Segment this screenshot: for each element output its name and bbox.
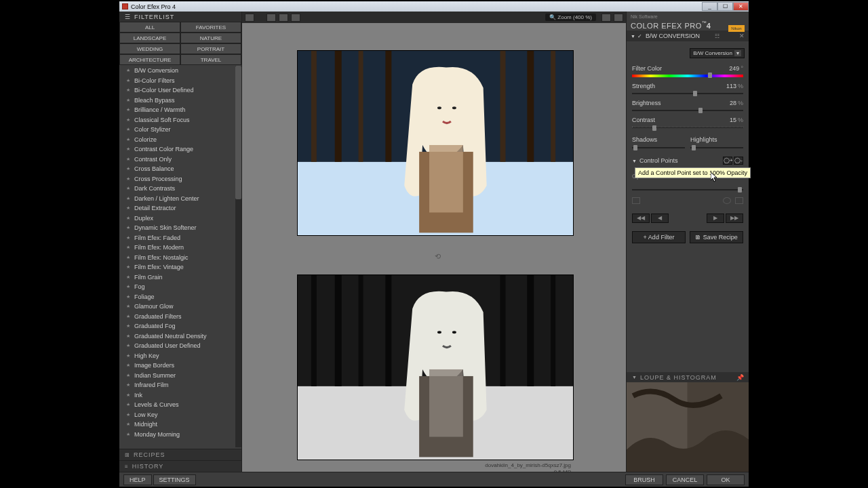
view-single-icon[interactable] — [245, 14, 254, 22]
view-side-icon[interactable] — [279, 14, 288, 22]
filter-enable-checkbox[interactable]: ✓ — [637, 33, 642, 39]
filter-item[interactable]: ★B/W Conversion — [119, 66, 235, 76]
category-tab-landscape[interactable]: LANDSCAPE — [119, 33, 180, 43]
favorite-star-icon[interactable]: ★ — [126, 323, 130, 329]
filter-item[interactable]: ★Bi-Color Filters — [119, 76, 235, 86]
favorite-star-icon[interactable]: ★ — [126, 225, 130, 230]
view-stacked-icon[interactable] — [291, 14, 300, 22]
favorite-star-icon[interactable]: ★ — [126, 255, 130, 260]
cp-tool-3[interactable] — [735, 197, 743, 204]
pin-icon[interactable]: 📌 — [736, 374, 745, 381]
filter-item[interactable]: ★Dynamic Skin Softener — [119, 223, 235, 233]
filter-item[interactable]: ★High Key — [119, 351, 235, 361]
preset-dropdown[interactable]: B/W Conversion▾ — [690, 48, 745, 58]
favorite-star-icon[interactable]: ★ — [126, 196, 130, 201]
undo-button[interactable]: ◀ — [651, 214, 669, 223]
maximize-button[interactable]: ☐ — [717, 2, 733, 11]
favorite-star-icon[interactable]: ★ — [126, 68, 130, 73]
undo-all-button[interactable]: ◀◀ — [632, 214, 650, 223]
favorite-star-icon[interactable]: ★ — [126, 157, 130, 162]
favorite-star-icon[interactable]: ★ — [126, 422, 130, 427]
close-button[interactable]: ✕ — [733, 2, 749, 11]
preview-filtered[interactable] — [297, 274, 574, 460]
hamburger-icon[interactable]: ☰ — [125, 14, 131, 20]
favorite-star-icon[interactable]: ★ — [126, 186, 130, 191]
favorite-star-icon[interactable]: ★ — [126, 343, 130, 348]
add-filter-button[interactable]: + Add Filter — [632, 231, 686, 243]
favorite-star-icon[interactable]: ★ — [126, 78, 130, 83]
favorite-star-icon[interactable]: ★ — [126, 284, 130, 289]
favorite-star-icon[interactable]: ★ — [126, 314, 130, 319]
filter-item[interactable]: ★Ink — [119, 390, 235, 401]
brightness-track[interactable] — [632, 110, 743, 111]
favorite-star-icon[interactable]: ★ — [126, 245, 130, 250]
category-tab-architecture[interactable]: ARCHITECTURE — [119, 54, 180, 65]
filter-item[interactable]: ★Midnight — [119, 420, 235, 430]
category-tab-nature[interactable]: NATURE — [180, 33, 241, 43]
category-tab-wedding[interactable]: WEDDING — [119, 43, 180, 54]
minimize-button[interactable]: _ — [702, 2, 717, 11]
slider-thumb[interactable] — [693, 91, 697, 96]
collapse-icon[interactable]: ▼ — [631, 34, 635, 39]
favorite-star-icon[interactable]: ★ — [126, 294, 130, 300]
favorite-star-icon[interactable]: ★ — [126, 353, 130, 359]
favorite-star-icon[interactable]: ★ — [126, 264, 130, 270]
compare-icon[interactable] — [614, 14, 623, 22]
filter-item[interactable]: ★Foliage — [119, 292, 235, 302]
favorite-star-icon[interactable]: ★ — [126, 146, 130, 152]
collapse-icon[interactable]: ▼ — [632, 159, 637, 163]
filter-item[interactable]: ★Bi-Color User Defined — [119, 85, 235, 96]
favorite-star-icon[interactable]: ★ — [126, 432, 130, 437]
contrast-track[interactable] — [632, 127, 743, 128]
filter-item[interactable]: ★Graduated Neutral Density — [119, 331, 235, 342]
opacity-slider[interactable] — [632, 189, 743, 190]
category-tab-all[interactable]: ALL — [119, 22, 180, 33]
preview-original[interactable] — [297, 50, 574, 236]
filter-item[interactable]: ★Duplex — [119, 214, 235, 224]
filter-item[interactable]: ★Detail Extractor — [119, 203, 235, 214]
filter-item[interactable]: ★Cross Balance — [119, 164, 235, 174]
recipes-section[interactable]: ⊞RECIPES — [119, 449, 241, 460]
ok-button[interactable]: OK — [707, 474, 745, 485]
loupe-header[interactable]: ▼ LOUPE & HISTOGRAM 📌 — [627, 372, 749, 382]
favorite-star-icon[interactable]: ★ — [126, 216, 130, 221]
scrollbar-thumb[interactable] — [235, 66, 241, 199]
slider-thumb[interactable] — [652, 125, 656, 131]
filter-item[interactable]: ★Contrast Only — [119, 155, 235, 165]
filter-item[interactable]: ★Brilliance / Warmth — [119, 105, 235, 115]
favorite-star-icon[interactable]: ★ — [126, 382, 130, 388]
filter-item[interactable]: ★Glamour Glow — [119, 302, 235, 312]
filter-item[interactable]: ★Levels & Curves — [119, 400, 235, 410]
filter-item[interactable]: ★Bleach Bypass — [119, 96, 235, 106]
filter-item[interactable]: ★Infrared Film — [119, 380, 235, 390]
control-points-header[interactable]: ▼ Control Points ◯+ ◯- — [627, 154, 749, 167]
cp-tool-1[interactable] — [632, 197, 640, 204]
favorite-star-icon[interactable]: ★ — [126, 373, 130, 378]
favorite-star-icon[interactable]: ★ — [126, 412, 130, 418]
favorite-star-icon[interactable]: ★ — [126, 166, 130, 171]
favorite-star-icon[interactable]: ★ — [126, 117, 130, 123]
zoom-indicator[interactable]: 🔍 Zoom (400 %) — [545, 14, 596, 21]
filter-item[interactable]: ★Graduated Fog — [119, 321, 235, 331]
brush-button[interactable]: BRUSH — [625, 474, 663, 485]
history-section[interactable]: ≡HISTORY — [119, 460, 241, 472]
shadows-slider[interactable] — [632, 147, 685, 148]
filter-item[interactable]: ★Film Efex: Vintage — [119, 262, 235, 272]
filter-scrollbar[interactable] — [235, 66, 241, 447]
filter-item[interactable]: ★Fog — [119, 282, 235, 292]
filter-item[interactable]: ★Graduated User Defined — [119, 341, 235, 351]
settings-button[interactable]: SETTINGS — [153, 474, 196, 485]
filter-item[interactable]: ★Image Borders — [119, 361, 235, 371]
filter-item[interactable]: ★Contrast Color Range — [119, 144, 235, 155]
slider-thumb[interactable] — [692, 145, 696, 150]
collapse-icon[interactable]: ▼ — [632, 375, 637, 380]
filter-item[interactable]: ★Film Efex: Nostalgic — [119, 253, 235, 263]
filter-menu-icon[interactable]: ☷ — [715, 33, 719, 39]
favorite-star-icon[interactable]: ★ — [126, 137, 130, 142]
filter-item[interactable]: ★Graduated Filters — [119, 312, 235, 322]
favorite-star-icon[interactable]: ★ — [126, 107, 130, 113]
filter-item[interactable]: ★Film Grain — [119, 272, 235, 283]
favorite-star-icon[interactable]: ★ — [126, 176, 130, 182]
active-filter-header[interactable]: ▼ ✓ B/W CONVERSION ☷ ✕ — [627, 30, 749, 41]
category-tab-travel[interactable]: TRAVEL — [180, 54, 241, 65]
